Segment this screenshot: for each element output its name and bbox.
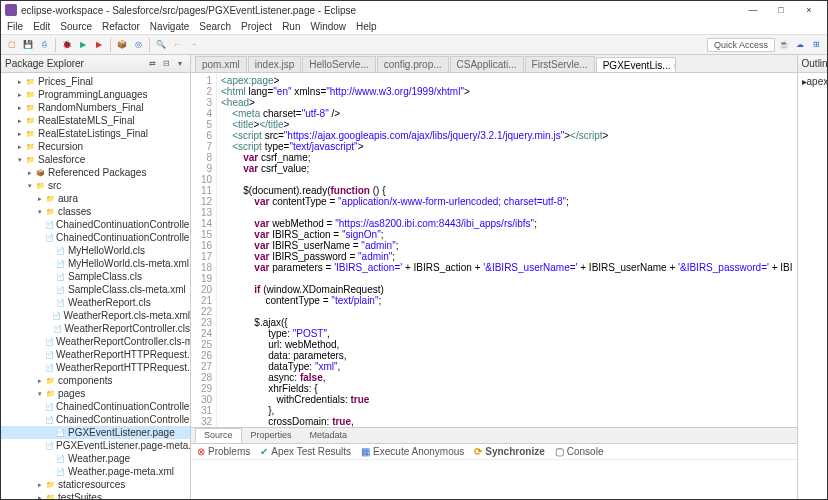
tab-problems[interactable]: ⊗Problems <box>197 446 250 457</box>
tree-item[interactable]: 📄WeatherReportHTTPRequest.cls-meta.xml <box>1 361 190 374</box>
tree-item[interactable]: 📄ChainedContinuationControllerPage.page <box>1 400 190 413</box>
tab-apex-test[interactable]: ✔Apex Test Results <box>260 446 351 457</box>
new-package-icon[interactable]: 📦 <box>115 38 129 52</box>
menu-refactor[interactable]: Refactor <box>102 21 140 32</box>
tree-item[interactable]: 📄WeatherReport.cls <box>1 296 190 309</box>
tree-item[interactable]: ▸📁RandomNumbers_Final <box>1 101 190 114</box>
tree-item[interactable]: 📄WeatherReportHTTPRequest.cls <box>1 348 190 361</box>
bottom-panel: ⊗Problems ✔Apex Test Results ▦Execute An… <box>191 443 797 499</box>
code-content[interactable]: <apex:page> <html lang="en" xmlns="http:… <box>217 73 797 427</box>
tree-item[interactable]: 📄MyHelloWorld.cls-meta.xml <box>1 257 190 270</box>
tree-item[interactable]: 📄SampleClass.cls-meta.xml <box>1 283 190 296</box>
editor-tab[interactable]: HelloServle... <box>302 56 375 72</box>
tree-item[interactable]: 📄WeatherReportController.cls <box>1 322 190 335</box>
save-icon[interactable]: 💾 <box>21 38 35 52</box>
package-explorer-title: Package Explorer <box>5 58 144 69</box>
tab-properties[interactable]: Properties <box>242 428 301 443</box>
forward-icon[interactable]: → <box>186 38 200 52</box>
menu-run[interactable]: Run <box>282 21 300 32</box>
tree-item[interactable]: ▾📁src <box>1 179 190 192</box>
open-type-icon[interactable]: ◎ <box>131 38 145 52</box>
tree-item[interactable]: ▸📁Prices_Final <box>1 75 190 88</box>
tree-item[interactable]: ▸📁RealEstateListings_Final <box>1 127 190 140</box>
menu-search[interactable]: Search <box>199 21 231 32</box>
tree-item[interactable]: ▸📁staticresources <box>1 478 190 491</box>
editor-tab[interactable]: PGXEventLis...× <box>596 57 676 73</box>
editor-tabs: pom.xmlindex.jspHelloServle...config.pro… <box>191 55 797 73</box>
tree-item[interactable]: 📄Weather.page <box>1 452 190 465</box>
code-editor[interactable]: 1234567891011121314151617181920212223242… <box>191 73 797 427</box>
tree-item[interactable]: ▸📁ProgrammingLanguages <box>1 88 190 101</box>
tree-item[interactable]: ▸📁aura <box>1 192 190 205</box>
tree-item[interactable]: 📄ChainedContinuationControllerPage.page-… <box>1 413 190 426</box>
main-toolbar: ▢ 💾 ⎙ 🐞 ▶ ▶ 📦 ◎ 🔍 ← → Quick Access ☕ ☁ ⊞ <box>1 35 827 55</box>
menu-help[interactable]: Help <box>356 21 377 32</box>
package-explorer-header: Package Explorer ⇄ ⊟ ▾ <box>1 55 190 73</box>
eclipse-icon <box>5 4 17 16</box>
tree-item[interactable]: ▾📁pages <box>1 387 190 400</box>
editor-tab[interactable]: index.jsp <box>248 56 301 72</box>
close-button[interactable]: × <box>795 2 823 18</box>
menu-window[interactable]: Window <box>310 21 346 32</box>
bottom-tabs: ⊗Problems ✔Apex Test Results ▦Execute An… <box>191 444 797 460</box>
view-menu-icon[interactable]: ▾ <box>174 58 186 70</box>
line-gutter: 1234567891011121314151617181920212223242… <box>191 73 217 427</box>
package-explorer-tree[interactable]: ▸📁Prices_Final▸📁ProgrammingLanguages▸📁Ra… <box>1 73 190 499</box>
editor-tab[interactable]: FirstServle... <box>525 56 595 72</box>
tree-item[interactable]: ▾📁Salesforce <box>1 153 190 166</box>
debug-icon[interactable]: 🐞 <box>60 38 74 52</box>
menu-project[interactable]: Project <box>241 21 272 32</box>
run-icon[interactable]: ▶ <box>76 38 90 52</box>
tree-item[interactable]: 📄MyHelloWorld.cls <box>1 244 190 257</box>
package-explorer-pane: Package Explorer ⇄ ⊟ ▾ ▸📁Prices_Final▸📁P… <box>1 55 191 499</box>
tree-item[interactable]: 📄PGXEventListener.page <box>1 426 190 439</box>
tab-console[interactable]: ▢Console <box>555 446 604 457</box>
tree-item[interactable]: ▸📦Referenced Packages <box>1 166 190 179</box>
back-icon[interactable]: ← <box>170 38 184 52</box>
tree-item[interactable]: 📄ChainedContinuationController.cls <box>1 218 190 231</box>
tree-item[interactable]: ▸📁testSuites <box>1 491 190 499</box>
editor-tab[interactable]: pom.xml <box>195 56 247 72</box>
editor-area: pom.xmlindex.jspHelloServle...config.pro… <box>191 55 797 499</box>
editor-tab[interactable]: CSApplicati... <box>450 56 524 72</box>
outline-tree[interactable]: ▸apex:page <box>798 73 827 499</box>
tree-item[interactable]: 📄WeatherReport.cls-meta.xml <box>1 309 190 322</box>
tab-synchronize[interactable]: ⟳Synchronize <box>474 446 544 457</box>
menu-file[interactable]: File <box>7 21 23 32</box>
save-all-icon[interactable]: ⎙ <box>37 38 51 52</box>
new-icon[interactable]: ▢ <box>5 38 19 52</box>
editor-tab[interactable]: config.prop... <box>377 56 449 72</box>
perspective-java-icon[interactable]: ☕ <box>777 38 791 52</box>
window-titlebar: eclipse-workspace - Salesforce/src/pages… <box>1 1 827 19</box>
menu-source[interactable]: Source <box>60 21 92 32</box>
outline-title: Outline <box>802 58 827 69</box>
minimize-button[interactable]: — <box>739 2 767 18</box>
tree-item[interactable]: ▾📁classes <box>1 205 190 218</box>
maximize-button[interactable]: □ <box>767 2 795 18</box>
tab-source[interactable]: Source <box>195 428 242 443</box>
tree-item[interactable]: 📄WeatherReportController.cls-meta.xml <box>1 335 190 348</box>
perspective-force-icon[interactable]: ☁ <box>793 38 807 52</box>
tree-item[interactable]: 📄ChainedContinuationController.cls-meta.… <box>1 231 190 244</box>
tree-item[interactable]: 📄SampleClass.cls <box>1 270 190 283</box>
tree-item[interactable]: 📄PGXEventListener.page-meta.xml <box>1 439 190 452</box>
outline-root[interactable]: apex:page <box>807 76 827 87</box>
tab-exec-anon[interactable]: ▦Execute Anonymous <box>361 446 464 457</box>
window-title: eclipse-workspace - Salesforce/src/pages… <box>21 5 739 16</box>
outline-header: Outline ⇅ ▾ <box>798 55 827 73</box>
collapse-all-icon[interactable]: ⊟ <box>160 58 172 70</box>
tree-item[interactable]: ▸📁components <box>1 374 190 387</box>
tree-item[interactable]: 📄Weather.page-meta.xml <box>1 465 190 478</box>
search-icon[interactable]: 🔍 <box>154 38 168 52</box>
tab-metadata[interactable]: Metadata <box>301 428 357 443</box>
perspective-other-icon[interactable]: ⊞ <box>809 38 823 52</box>
tree-item[interactable]: ▸📁RealEstateMLS_Final <box>1 114 190 127</box>
menu-navigate[interactable]: Navigate <box>150 21 189 32</box>
bottom-content <box>191 460 797 499</box>
quick-access-field[interactable]: Quick Access <box>707 38 775 52</box>
run-last-icon[interactable]: ▶ <box>92 38 106 52</box>
link-editor-icon[interactable]: ⇄ <box>146 58 158 70</box>
editor-source-tabs: Source Properties Metadata <box>191 427 797 443</box>
menu-edit[interactable]: Edit <box>33 21 50 32</box>
tree-item[interactable]: ▸📁Recursion <box>1 140 190 153</box>
